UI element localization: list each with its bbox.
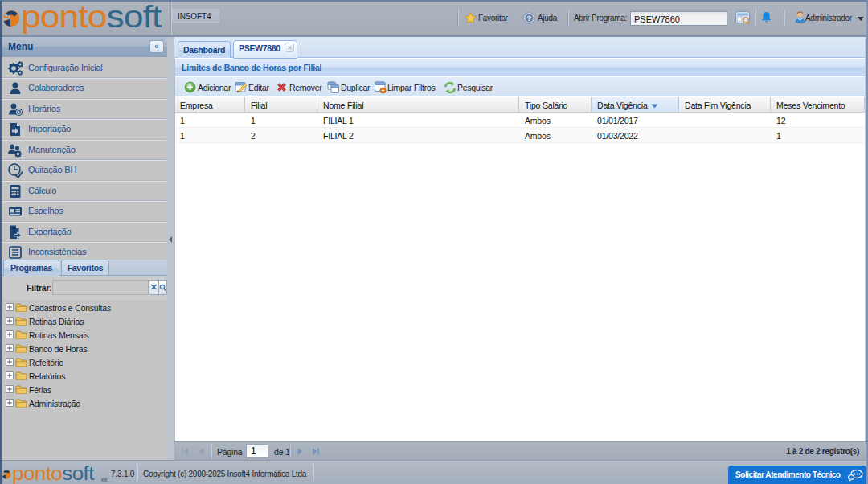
svg-text:?: ? — [527, 14, 532, 23]
